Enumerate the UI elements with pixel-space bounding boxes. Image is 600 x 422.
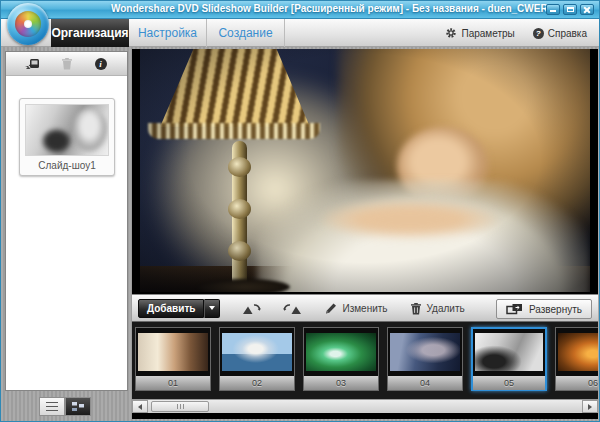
titlebar[interactable]: Wondershare DVD Slideshow Builder [Расши… [1,1,599,19]
main-tabs: Организация Настройка Создание [51,19,285,47]
slide-thumbnail [475,333,543,371]
slide-preview[interactable] [132,49,598,294]
pencil-icon [324,302,337,315]
rotate-left-button[interactable] [242,302,261,315]
slideshow-name: Слайд-шоу1 [20,160,114,171]
slide-thumbnail [138,333,208,371]
filmstrip-item-4[interactable]: 04 [387,327,463,391]
slide-number: 04 [388,376,462,390]
expand-icon [506,303,523,315]
slide-number: 06 [556,376,598,390]
slideshow-list: Слайд-шоу1 [6,76,127,390]
tab-bar: Организация Настройка Создание Параметры… [1,19,599,47]
maximize-button[interactable] [563,4,577,15]
slide-number: 01 [136,376,210,390]
window-title: Wondershare DVD Slideshow Builder [Расши… [111,3,548,14]
minimize-icon [550,10,556,12]
info-icon: i [95,58,107,70]
close-button[interactable] [580,4,594,15]
maximize-icon [567,7,574,12]
rotate-left-icon [242,302,261,315]
slide-number: 03 [304,376,378,390]
edit-toolbar: Добавить [132,294,598,322]
scroll-left-button[interactable] [132,400,148,413]
add-slideshow-icon [25,57,40,70]
slide-thumbnail [558,333,598,371]
slide-thumbnail [306,333,376,371]
preview-photo [140,49,590,292]
content-area: i Слайд-шоу1 [1,47,599,422]
slide-number: 02 [220,376,294,390]
tab-organization[interactable]: Организация [51,19,129,47]
header-menu: Параметры ? Справка [445,19,587,47]
scrollbar-thumb[interactable] [151,401,209,412]
expand-button[interactable]: Развернуть [496,299,592,319]
slideshow-thumbnail [25,104,109,156]
slideshow-info-button[interactable]: i [93,56,109,72]
trash-icon [61,57,73,70]
rotate-right-icon [283,302,302,315]
list-view-icon [46,402,58,411]
filmstrip-item-5-selected[interactable]: 05 [471,327,547,391]
filmstrip-item-1[interactable]: 01 [135,327,211,391]
filmstrip-item-2[interactable]: 02 [219,327,295,391]
sidebar-toolbar: i [6,52,127,76]
delete-slideshow-button[interactable] [59,56,75,72]
list-view-button[interactable] [39,397,65,416]
gear-icon [445,27,457,39]
delete-button[interactable]: Удалить [410,302,465,315]
filmstrip-scrollbar[interactable] [132,399,598,413]
filmstrip-item-6[interactable]: 06 [555,327,598,391]
tab-create[interactable]: Создание [207,19,285,47]
help-button[interactable]: ? Справка [533,28,587,39]
rotate-right-button[interactable] [283,302,302,315]
filmstrip-item-3[interactable]: 03 [303,327,379,391]
slideshow-sidebar: i Слайд-шоу1 [5,51,128,391]
slideshow-item[interactable]: Слайд-шоу1 [19,98,115,176]
trash-icon [410,302,422,315]
view-toggles [39,397,91,416]
add-slideshow-button[interactable] [25,56,41,72]
filmstrip: 01 02 03 04 05 [132,322,598,399]
main-panel: Добавить [132,49,598,419]
app-logo-icon [7,3,49,45]
scroll-right-button[interactable] [582,400,598,413]
options-button[interactable]: Параметры [445,27,514,39]
chevron-down-icon [209,306,215,310]
arrow-right-icon [588,404,592,410]
slide-thumbnail [222,333,292,371]
app-window: Wondershare DVD Slideshow Builder [Расши… [0,0,600,422]
arrow-left-icon [138,404,142,410]
help-icon: ? [533,28,544,39]
add-dropdown-button[interactable] [204,299,220,318]
slide-thumbnail [390,333,460,371]
slide-number: 05 [473,376,545,390]
storyboard-view-button[interactable] [65,397,91,416]
tab-settings[interactable]: Настройка [129,19,207,47]
storyboard-view-icon [72,402,84,411]
window-controls [546,4,594,15]
minimize-button[interactable] [546,4,560,15]
edit-button[interactable]: Изменить [324,302,387,315]
add-button[interactable]: Добавить [138,299,220,318]
